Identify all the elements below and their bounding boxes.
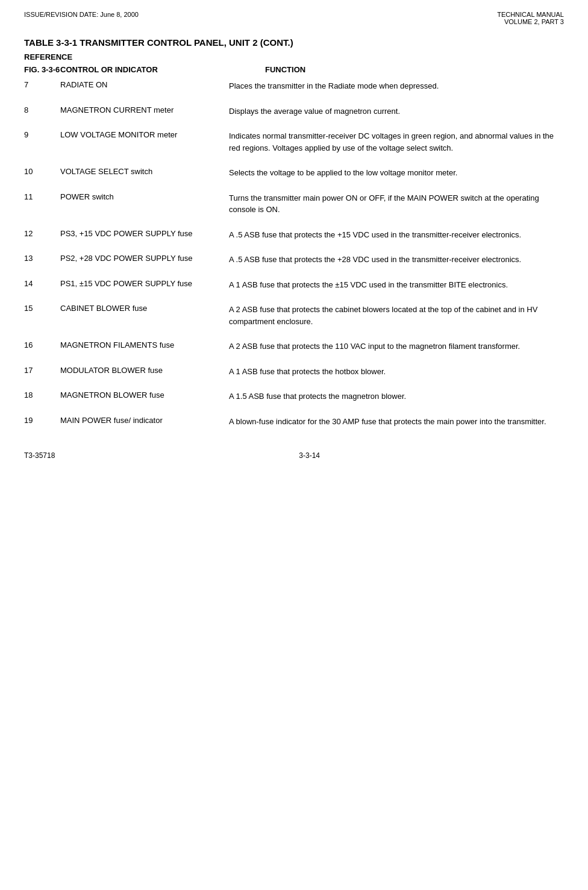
entry-number: 9 xyxy=(24,130,60,139)
entry-number: 12 xyxy=(24,229,60,238)
col-control-label: CONTROL OR INDICATOR xyxy=(60,65,265,74)
footer-center: 3-3-14 xyxy=(299,451,320,460)
table-row: 18MAGNETRON BLOWER fuseA 1.5 ASB fuse th… xyxy=(24,390,564,403)
header-left: ISSUE/REVISION DATE: June 8, 2000 xyxy=(24,11,139,25)
table-row: 9LOW VOLTAGE MONITOR meterIndicates norm… xyxy=(24,130,564,154)
entry-control: MODULATOR BLOWER fuse xyxy=(60,366,229,375)
entry-number: 17 xyxy=(24,366,60,375)
entry-function: A 1 ASB fuse that protects the hotbox bl… xyxy=(229,366,564,378)
footer-left: T3-35718 xyxy=(24,451,55,460)
entry-number: 14 xyxy=(24,279,60,288)
entry-function: Places the transmitter in the Radiate mo… xyxy=(229,80,564,92)
entry-function: Displays the average value of magnetron … xyxy=(229,105,564,118)
entry-function: A 2 ASB fuse that protects the cabinet b… xyxy=(229,304,564,327)
entry-number: 8 xyxy=(24,105,60,114)
entry-control: VOLTAGE SELECT switch xyxy=(60,167,229,176)
table-row: 10VOLTAGE SELECT switchSelects the volta… xyxy=(24,167,564,179)
col-fig-label: FIG. 3-3-6 xyxy=(24,65,60,74)
page-footer: T3-35718 3-3-14 xyxy=(24,451,564,460)
entry-function: A 2 ASB fuse that protects the 110 VAC i… xyxy=(229,340,564,353)
reference-section: REFERENCE xyxy=(24,52,564,61)
entry-control: PS2, +28 VDC POWER SUPPLY fuse xyxy=(60,254,229,263)
column-headers: FIG. 3-3-6 CONTROL OR INDICATOR FUNCTION xyxy=(24,65,564,74)
entry-control: MAGNETRON BLOWER fuse xyxy=(60,390,229,400)
entry-control: MAIN POWER fuse/ indicator xyxy=(60,416,229,425)
entry-control: LOW VOLTAGE MONITOR meter xyxy=(60,130,229,139)
table-row: 13PS2, +28 VDC POWER SUPPLY fuseA .5 ASB… xyxy=(24,254,564,266)
entry-function: A .5 ASB fuse that protects the +15 VDC … xyxy=(229,229,564,241)
header-right-line1: TECHNICAL MANUAL xyxy=(497,11,564,18)
entry-function: A .5 ASB fuse that protects the +28 VDC … xyxy=(229,254,564,266)
entry-control: RADIATE ON xyxy=(60,80,229,89)
entry-number: 10 xyxy=(24,167,60,176)
entry-function: Turns the transmitter main power ON or O… xyxy=(229,192,564,216)
entry-function: A blown-fuse indicator for the 30 AMP fu… xyxy=(229,416,564,428)
table-title: TABLE 3-3-1 TRANSMITTER CONTROL PANEL, U… xyxy=(24,37,564,48)
entry-function: Selects the voltage to be applied to the… xyxy=(229,167,564,179)
table-row: 15CABINET BLOWER fuseA 2 ASB fuse that p… xyxy=(24,304,564,327)
table-row: 14PS1, ±15 VDC POWER SUPPLY fuseA 1 ASB … xyxy=(24,279,564,291)
entry-number: 13 xyxy=(24,254,60,263)
entry-number: 11 xyxy=(24,192,60,201)
entry-function: A 1.5 ASB fuse that protects the magnetr… xyxy=(229,390,564,403)
table-row: 7RADIATE ONPlaces the transmitter in the… xyxy=(24,80,564,92)
entry-function: A 1 ASB fuse that protects the ±15 VDC u… xyxy=(229,279,564,291)
entry-control: POWER switch xyxy=(60,192,229,201)
table-row: 19MAIN POWER fuse/ indicatorA blown-fuse… xyxy=(24,416,564,428)
table-row: 11POWER switchTurns the transmitter main… xyxy=(24,192,564,216)
reference-label: REFERENCE xyxy=(24,52,564,61)
header-right: TECHNICAL MANUAL VOLUME 2, PART 3 xyxy=(497,11,564,25)
entry-function: Indicates normal transmitter-receiver DC… xyxy=(229,130,564,154)
header-right-line2: VOLUME 2, PART 3 xyxy=(497,18,564,25)
table-row: 12PS3, +15 VDC POWER SUPPLY fuseA .5 ASB… xyxy=(24,229,564,241)
table-row: 8MAGNETRON CURRENT meterDisplays the ave… xyxy=(24,105,564,118)
entry-control: PS1, ±15 VDC POWER SUPPLY fuse xyxy=(60,279,229,288)
table-row: 17MODULATOR BLOWER fuseA 1 ASB fuse that… xyxy=(24,366,564,378)
page-header: ISSUE/REVISION DATE: June 8, 2000 TECHNI… xyxy=(24,11,564,25)
entry-number: 19 xyxy=(24,416,60,425)
entry-control: PS3, +15 VDC POWER SUPPLY fuse xyxy=(60,229,229,238)
entry-control: MAGNETRON FILAMENTS fuse xyxy=(60,340,229,349)
col-function-label: FUNCTION xyxy=(265,65,564,74)
entry-number: 18 xyxy=(24,390,60,400)
entry-number: 16 xyxy=(24,340,60,349)
entry-control: MAGNETRON CURRENT meter xyxy=(60,105,229,114)
table-row: 16MAGNETRON FILAMENTS fuseA 2 ASB fuse t… xyxy=(24,340,564,353)
entry-control: CABINET BLOWER fuse xyxy=(60,304,229,313)
entry-number: 15 xyxy=(24,304,60,313)
entries-container: 7RADIATE ONPlaces the transmitter in the… xyxy=(24,80,564,427)
entry-number: 7 xyxy=(24,80,60,89)
